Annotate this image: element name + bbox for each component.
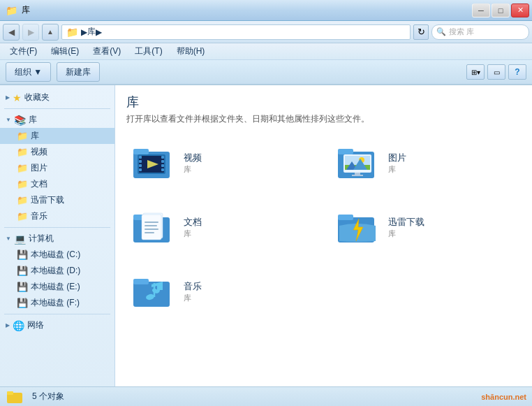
titlebar-title: 库: [22, 4, 30, 16]
refresh-button[interactable]: ↻: [413, 24, 429, 40]
menubar: 文件(F) 编辑(E) 查看(V) 工具(T) 帮助(H): [0, 43, 532, 60]
statusbar: 5 个对象 shāncun.net: [0, 386, 532, 406]
svg-rect-12: [161, 168, 164, 171]
newlib-button[interactable]: 新建库: [57, 62, 100, 82]
maximize-button[interactable]: □: [492, 3, 510, 17]
disk-c-icon: 💾: [17, 249, 28, 260]
sidebar-doc-label: 文档: [31, 178, 47, 190]
network-triangle: ▶: [6, 322, 10, 328]
path-folder-icon: 📁: [66, 27, 78, 38]
main-area: ▶ ★ 收藏夹 ▼ 📚 库 📁 库 📁 视频 📁 图片: [0, 85, 532, 386]
favorites-header[interactable]: ▶ ★ 收藏夹: [0, 89, 114, 106]
sidebar-item-video[interactable]: 📁 视频: [0, 144, 114, 160]
svg-rect-10: [161, 160, 164, 163]
library-grid: 视频 库: [126, 136, 521, 318]
network-icon: 🌐: [13, 320, 24, 331]
lib-folder-icon: 📁: [17, 131, 28, 141]
path-library: 库: [87, 26, 96, 38]
library-item-video[interactable]: 视频 库: [126, 136, 317, 189]
svg-rect-29: [145, 229, 158, 230]
library-item-document[interactable]: 文档 库: [126, 201, 317, 254]
music-name: 音乐: [184, 280, 202, 293]
favorites-star-icon: ★: [13, 92, 22, 103]
forward-button[interactable]: ▶: [22, 24, 39, 41]
document-name: 文档: [184, 216, 202, 229]
library-item-xunlei[interactable]: 迅雷下载 库: [331, 201, 522, 254]
address-path[interactable]: 📁 ▶ 库 ▶: [61, 24, 411, 40]
up-button[interactable]: ▲: [42, 24, 59, 41]
svg-rect-8: [139, 168, 142, 171]
content-area: 库 打开库以查看文件并根据文件夹、日期和其他属性排列这些文件。: [115, 85, 532, 386]
back-button[interactable]: ◀: [3, 24, 20, 41]
network-label: 网络: [27, 319, 44, 331]
status-folder-icon: [6, 389, 25, 405]
computer-label: 计算机: [29, 233, 54, 245]
svg-rect-7: [139, 164, 142, 167]
path-text: ▶: [81, 27, 87, 37]
document-sub: 库: [184, 229, 202, 239]
sidebar: ▶ ★ 收藏夹 ▼ 📚 库 📁 库 📁 视频 📁 图片: [0, 85, 115, 386]
sidebar-item-disk-f[interactable]: 💾 本地磁盘 (F:): [0, 295, 114, 311]
svg-rect-11: [161, 164, 164, 167]
library-header[interactable]: ▼ 📚 库: [0, 112, 114, 128]
addressbar: ◀ ▶ ▲ 📁 ▶ 库 ▶ ↻ 🔍 搜索 库: [0, 21, 532, 43]
sidebar-item-library-root[interactable]: 📁 库: [0, 128, 114, 144]
sidebar-video-label: 视频: [31, 146, 47, 158]
disk-f-icon: 💾: [17, 298, 28, 308]
svg-rect-30: [145, 232, 154, 233]
sidebar-item-music[interactable]: 📁 音乐: [0, 208, 114, 224]
sidebar-item-document[interactable]: 📁 文档: [0, 176, 114, 192]
sidebar-item-disk-c[interactable]: 💾 本地磁盘 (C:): [0, 247, 114, 263]
network-section: ▶ 🌐 网络: [0, 317, 114, 333]
close-button[interactable]: ✕: [511, 3, 529, 17]
svg-rect-35: [133, 279, 149, 284]
menu-help[interactable]: 帮助(H): [171, 44, 211, 59]
svg-rect-21: [355, 173, 360, 175]
menu-file[interactable]: 文件(F): [4, 44, 43, 59]
sidebar-item-xunlei[interactable]: 📁 迅雷下载: [0, 192, 114, 208]
music-sub: 库: [184, 293, 202, 303]
library-item-picture[interactable]: 图片 库: [331, 136, 522, 189]
minimize-button[interactable]: ─: [472, 3, 490, 17]
sidebar-divider-3: [4, 314, 110, 314]
sidebar-item-disk-e[interactable]: 💾 本地磁盘 (E:): [0, 279, 114, 295]
sidebar-pic-label: 图片: [31, 162, 47, 174]
menu-tools[interactable]: 工具(T): [129, 44, 168, 59]
library-triangle: ▼: [6, 117, 11, 123]
sidebar-divider-1: [4, 108, 110, 109]
menu-view[interactable]: 查看(V): [87, 44, 126, 59]
picture-text: 图片 库: [388, 152, 406, 175]
search-placeholder: 搜索 库: [449, 27, 474, 37]
sidebar-music-label: 音乐: [31, 210, 47, 222]
sidebar-item-picture[interactable]: 📁 图片: [0, 160, 114, 176]
svg-rect-26: [142, 215, 161, 240]
library-item-music[interactable]: 音乐 库: [126, 265, 317, 318]
content-title: 库: [126, 94, 521, 110]
menu-edit[interactable]: 编辑(E): [45, 44, 84, 59]
music-icon: [131, 269, 175, 314]
help-button[interactable]: ?: [508, 64, 526, 80]
toolbar: 组织 ▼ 新建库 ⊞▾ ▭ ?: [0, 60, 532, 85]
library-section: ▼ 📚 库 📁 库 📁 视频 📁 图片 📁 文档 📁 迅: [0, 112, 114, 224]
svg-rect-27: [145, 222, 158, 223]
svg-rect-6: [139, 160, 142, 163]
network-header[interactable]: ▶ 🌐 网络: [0, 317, 114, 333]
favorites-section: ▶ ★ 收藏夹: [0, 89, 114, 106]
search-box[interactable]: 🔍 搜索 库: [431, 24, 529, 40]
computer-triangle: ▼: [6, 235, 11, 242]
organize-label: 组织 ▼: [15, 66, 42, 78]
view-pane-button[interactable]: ▭: [487, 64, 505, 80]
document-icon: [131, 205, 175, 249]
search-icon: 🔍: [436, 27, 446, 36]
disk-d-icon: 💾: [17, 266, 28, 276]
disk-e-icon: 💾: [17, 282, 28, 292]
sidebar-xunlei-label: 迅雷下载: [31, 194, 64, 206]
sidebar-disk-d-label: 本地磁盘 (D:): [31, 265, 80, 277]
view-details-button[interactable]: ⊞▾: [466, 64, 485, 80]
computer-header[interactable]: ▼ 💻 计算机: [0, 231, 114, 247]
sidebar-item-disk-d[interactable]: 💾 本地磁盘 (D:): [0, 263, 114, 279]
svg-rect-9: [161, 156, 164, 159]
organize-button[interactable]: 组织 ▼: [6, 62, 51, 82]
path-arrow: ▶: [96, 27, 102, 37]
sidebar-divider-2: [4, 227, 110, 228]
